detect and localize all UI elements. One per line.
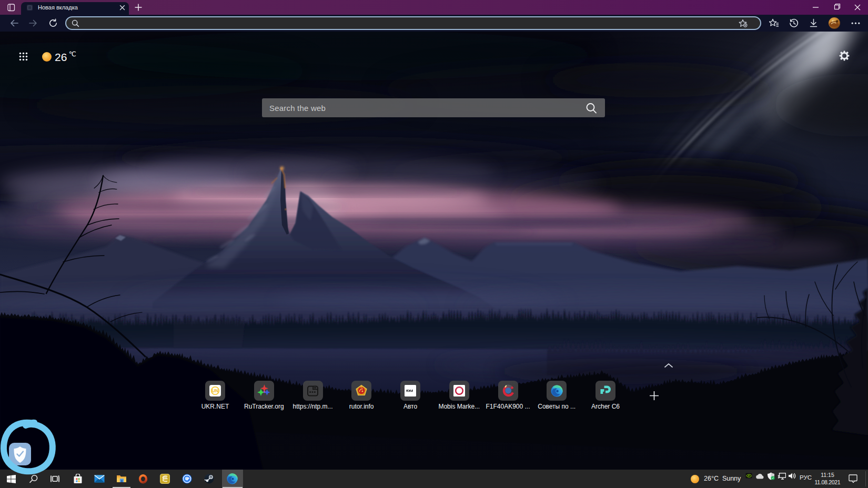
- svg-text:SP: SP: [185, 477, 189, 481]
- svg-text:UN: UN: [212, 388, 218, 393]
